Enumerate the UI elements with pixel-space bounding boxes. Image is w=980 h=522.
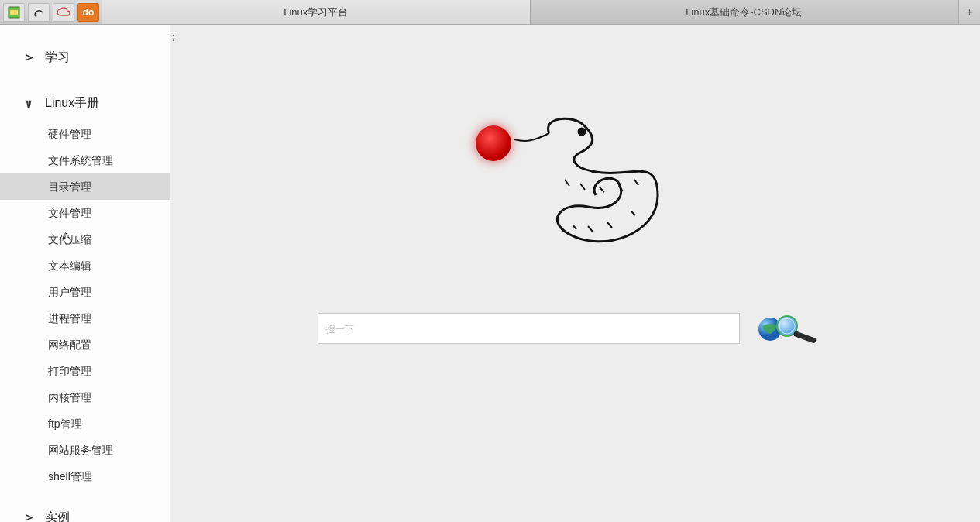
new-tab-button[interactable]: + xyxy=(958,0,980,24)
nav-item-ftp[interactable]: ftp管理 xyxy=(0,410,170,437)
nav-section-manual[interactable]: ∨ Linux手册 xyxy=(0,86,170,121)
nav-item-user[interactable]: 用户管理 xyxy=(0,279,170,305)
extension-icon-2[interactable] xyxy=(28,3,50,22)
nav-sublist-manual: 硬件管理 文件系统管理 目录管理 文件管理 文件压缩 文本编辑 用户管理 进程管… xyxy=(0,121,170,489)
svg-point-3 xyxy=(579,129,585,135)
extension-icon-1[interactable] xyxy=(3,3,25,22)
tab-active[interactable]: Linux学习平台 xyxy=(102,0,531,24)
nav-item-kernel[interactable]: 内核管理 xyxy=(0,384,170,410)
nav-section-examples[interactable]: ＞ 实例 xyxy=(0,500,170,522)
toolbar-icons: do xyxy=(0,0,102,24)
nav-section-label: 实例 xyxy=(45,510,70,522)
tab-inactive[interactable]: Linux基础命令-CSDN论坛 xyxy=(531,0,959,24)
nav-item-directory[interactable]: 目录管理 xyxy=(0,173,170,200)
browser-chrome: do Linux学习平台 Linux基础命令-CSDN论坛 + xyxy=(0,0,980,25)
nav-item-print[interactable]: 打印管理 xyxy=(0,358,170,384)
svg-point-2 xyxy=(35,14,37,16)
nav-item-compress[interactable]: 文件压缩 xyxy=(0,226,170,252)
tab-label: Linux基础命令-CSDN论坛 xyxy=(686,5,802,19)
main-pane: : xyxy=(170,25,980,522)
search-button[interactable] xyxy=(755,311,822,345)
chevron-right-icon: ＞ xyxy=(23,510,34,522)
globe-magnifier-icon xyxy=(756,312,821,345)
tab-strip: Linux学习平台 Linux基础命令-CSDN论坛 xyxy=(102,0,958,24)
cloud-icon[interactable] xyxy=(53,3,74,22)
search-row xyxy=(318,311,949,345)
tab-label: Linux学习平台 xyxy=(284,5,348,19)
red-dot-icon xyxy=(476,125,511,161)
search-input[interactable] xyxy=(318,313,740,344)
sidebar: ＞ 学习 ∨ Linux手册 硬件管理 文件系统管理 目录管理 文件管理 文件压… xyxy=(0,25,170,522)
plus-icon: + xyxy=(966,5,973,19)
nav-item-network[interactable]: 网络配置 xyxy=(0,331,170,358)
snake-logo-icon xyxy=(495,110,696,265)
nav-section-study[interactable]: ＞ 学习 xyxy=(0,40,170,75)
nav-item-shell[interactable]: shell管理 xyxy=(0,463,170,489)
do-icon[interactable]: do xyxy=(77,3,99,22)
nav-section-label: Linux手册 xyxy=(45,95,99,112)
stray-colon: : xyxy=(172,31,175,43)
nav-section-label: 学习 xyxy=(45,50,70,66)
logo-area xyxy=(495,110,696,268)
nav-item-filesystem[interactable]: 文件系统管理 xyxy=(0,147,170,173)
svg-rect-7 xyxy=(793,331,817,344)
nav-item-textedit[interactable]: 文本编辑 xyxy=(0,252,170,279)
svg-rect-1 xyxy=(10,10,18,15)
chevron-right-icon: ＞ xyxy=(23,50,34,66)
content-area: ＞ 学习 ∨ Linux手册 硬件管理 文件系统管理 目录管理 文件管理 文件压… xyxy=(0,25,980,522)
chevron-down-icon: ∨ xyxy=(23,96,34,111)
nav-item-process[interactable]: 进程管理 xyxy=(0,305,170,331)
nav-item-file[interactable]: 文件管理 xyxy=(0,200,170,226)
nav-item-website[interactable]: 网站服务管理 xyxy=(0,437,170,463)
nav-item-hardware[interactable]: 硬件管理 xyxy=(0,121,170,147)
